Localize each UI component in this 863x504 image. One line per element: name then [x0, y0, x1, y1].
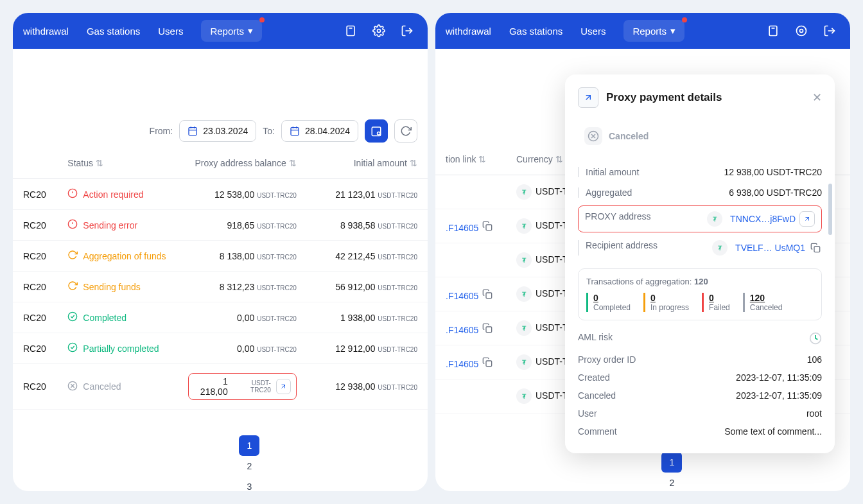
sort-icon[interactable]: ⇅ — [96, 158, 103, 168]
from-date-input[interactable]: 23.03.2024 — [179, 120, 256, 142]
transactions-section: Transactions of aggregation: 120 0 Compl… — [578, 268, 822, 320]
table-header-left: Status⇅ Proxy address balance⇅ Initial a… — [13, 153, 428, 179]
nav-gas-stations[interactable]: Gas stations — [509, 26, 562, 37]
table-row[interactable]: RC20 Aggregation of funds 8 138,00 USDT-… — [13, 241, 428, 272]
external-link-icon[interactable] — [276, 379, 291, 394]
transactions-completed[interactable]: 0 Completed — [586, 293, 631, 312]
link-value[interactable]: .F14605 — [446, 325, 478, 335]
progress-count: 0 — [650, 293, 689, 303]
header-balance[interactable]: Proxy address balance — [195, 158, 286, 168]
gear-icon[interactable] — [369, 21, 389, 41]
status-text: Aggregation of funds — [83, 251, 166, 261]
status-cell: Completed — [67, 311, 188, 324]
link-value[interactable]: .F14605 — [446, 291, 478, 301]
initial-amount-label: Initial amount — [578, 167, 639, 177]
proxy-address-link[interactable]: ₮ TNNCX…j8FwD — [707, 211, 815, 227]
status-text: Partially completed — [83, 343, 159, 354]
svg-point-32 — [797, 26, 806, 36]
recipient-address-link[interactable]: ₮ TVELF… UsMQ1 — [712, 240, 822, 256]
trc-cell: RC20 — [23, 189, 67, 200]
table-row[interactable]: RC20 Completed 0,00 USDT-TRC20 1 938,00 … — [13, 302, 428, 333]
header-status[interactable]: Status — [67, 158, 93, 168]
user-value: root — [806, 408, 822, 419]
tether-icon: ₮ — [516, 354, 532, 370]
trc-cell: RC20 — [23, 313, 67, 323]
gear-icon[interactable] — [791, 21, 812, 41]
table-row[interactable]: RC20 Sending funds 8 312,23 USDT-TRC20 5… — [13, 272, 428, 302]
transactions-in-progress[interactable]: 0 In progress — [643, 293, 689, 312]
header-currency[interactable]: Currency — [516, 154, 553, 164]
trc-cell: RC20 — [23, 381, 67, 392]
nav-reports[interactable]: Reports ▾ — [201, 20, 262, 42]
initial-cell: 42 212,45 USDT-TRC20 — [297, 251, 417, 261]
tether-icon: ₮ — [516, 184, 532, 200]
svg-rect-34 — [486, 225, 492, 230]
initial-cell: 12 938,00 USDT-TRC20 — [297, 381, 417, 392]
sort-icon[interactable]: ⇅ — [555, 154, 563, 164]
completed-count: 0 — [593, 293, 631, 303]
status-cell: Partially completed — [67, 342, 188, 354]
copy-icon[interactable] — [809, 241, 822, 254]
status-cell: Action required — [67, 188, 188, 200]
nav-withdrawal[interactable]: withdrawal — [23, 26, 69, 37]
logout-icon[interactable] — [819, 21, 840, 41]
page-button[interactable]: 1 — [239, 435, 259, 456]
status-canceled-label: Canceled — [609, 131, 649, 141]
transactions-failed[interactable]: 0 Failed — [702, 293, 730, 312]
left-panel: withdrawal Gas stations Users Reports ▾ — [13, 13, 428, 491]
svg-rect-36 — [486, 327, 492, 333]
status-icon — [67, 342, 78, 354]
proxy-payment-details-popup: Proxy payment details ✕ Canceled Initial… — [565, 74, 835, 453]
popup-title: Proxy payment details — [606, 91, 805, 104]
pagination: 1-10 of 120 ‹ 12345...10 › — [13, 410, 428, 491]
balance-highlight[interactable]: 1 218,00 USDT-TRC20 — [188, 373, 296, 400]
refresh-button[interactable] — [394, 119, 417, 143]
status-icon — [67, 219, 78, 231]
external-link-icon[interactable] — [578, 87, 598, 108]
initial-cell: 12 912,00 USDT-TRC20 — [297, 343, 417, 354]
nav-reports[interactable]: Reports ▾ — [623, 20, 684, 42]
canceled-count: 120 — [750, 293, 783, 303]
link-value[interactable]: .F14605 — [446, 223, 478, 233]
right-panel: withdrawal Gas stations Users Reports ▾ — [435, 13, 850, 491]
close-button[interactable]: ✕ — [812, 91, 822, 105]
external-link-icon[interactable] — [799, 211, 815, 227]
topbar: withdrawal Gas stations Users Reports ▾ — [13, 13, 428, 49]
calculator-icon[interactable] — [340, 21, 361, 41]
nav-withdrawal[interactable]: withdrawal — [446, 26, 491, 37]
header-initial[interactable]: Initial amount — [354, 158, 407, 168]
page-button[interactable]: 3 — [239, 476, 259, 491]
table-row[interactable]: RC20 Action required 12 538,00 USDT-TRC2… — [13, 179, 428, 210]
order-id-label: Proxy order ID — [578, 354, 636, 365]
page-button[interactable]: 1 — [661, 452, 682, 473]
header-link[interactable]: tion link — [446, 154, 476, 164]
sort-icon[interactable]: ⇅ — [289, 158, 297, 168]
calendar-settings-button[interactable] — [365, 119, 388, 143]
sort-icon[interactable]: ⇅ — [478, 154, 486, 164]
trc-cell: RC20 — [23, 343, 67, 354]
to-date-input[interactable]: 28.04.2024 — [281, 120, 358, 142]
nav-users[interactable]: Users — [580, 26, 606, 37]
to-date-value: 28.04.2024 — [305, 126, 350, 136]
sort-icon[interactable]: ⇅ — [410, 158, 417, 168]
link-value[interactable]: .F14605 — [446, 359, 478, 369]
tether-icon: ₮ — [516, 218, 532, 234]
copy-icon[interactable] — [481, 322, 494, 335]
table-row[interactable]: RC20 Partially completed 0,00 USDT-TRC20… — [13, 333, 428, 364]
table-row[interactable]: RC20 Canceled 1 218,00 USDT-TRC20 12 938… — [13, 364, 428, 410]
scrollbar[interactable] — [828, 184, 832, 235]
nav-users[interactable]: Users — [158, 26, 183, 37]
page-button[interactable]: 2 — [239, 456, 259, 476]
copy-icon[interactable] — [481, 288, 494, 300]
logout-icon[interactable] — [397, 21, 417, 41]
copy-icon[interactable] — [481, 356, 494, 369]
transactions-canceled[interactable]: 120 Canceled — [743, 293, 783, 312]
tether-icon: ₮ — [516, 286, 532, 302]
table-row[interactable]: RC20 Sending error 918,65 USDT-TRC20 8 9… — [13, 210, 428, 241]
copy-icon[interactable] — [481, 220, 494, 232]
svg-line-38 — [586, 96, 591, 100]
nav-reports-label: Reports — [632, 26, 667, 37]
calculator-icon[interactable] — [763, 21, 783, 41]
nav-gas-stations[interactable]: Gas stations — [87, 26, 140, 37]
page-button[interactable]: 2 — [661, 473, 682, 491]
